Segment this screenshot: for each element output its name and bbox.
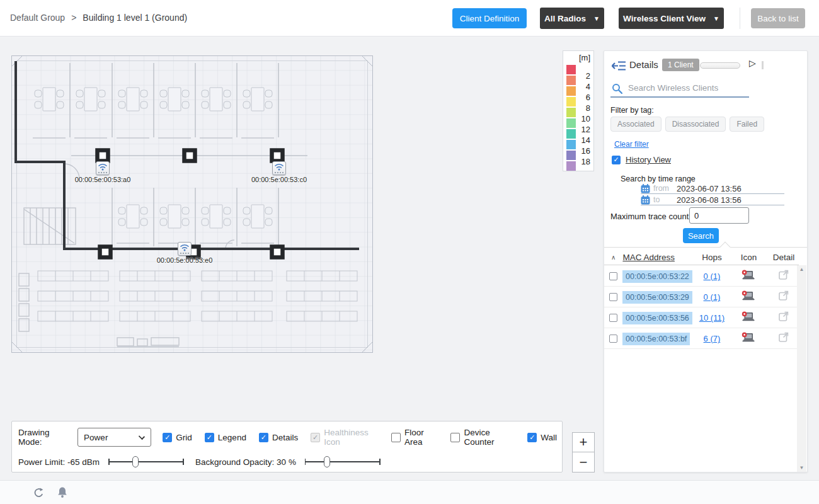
power-limit-slider[interactable] bbox=[108, 455, 184, 468]
time-to-field[interactable]: to 2023-06-08 13:56 bbox=[641, 195, 784, 205]
calendar-icon[interactable] bbox=[641, 184, 650, 193]
column-detail: Detail bbox=[769, 253, 799, 262]
legend-swatch bbox=[566, 118, 576, 128]
row-checkbox[interactable] bbox=[609, 335, 617, 343]
search-button[interactable]: Search bbox=[683, 228, 719, 243]
client-table-row: 00:00:5e:00:53:220 (1) bbox=[604, 266, 799, 287]
toolbar-row-2: Power Limit: -65 dBm Background Opacity:… bbox=[18, 454, 557, 469]
all-radios-label: All Radios bbox=[544, 14, 586, 23]
legend-swatch bbox=[566, 97, 576, 106]
hops-link[interactable]: 6 (7) bbox=[704, 334, 721, 343]
legend-swatch bbox=[566, 140, 576, 149]
clear-filter-link[interactable]: Clear filter bbox=[614, 140, 649, 149]
from-value[interactable]: 2023-06-07 13:56 bbox=[677, 184, 742, 193]
column-mac-address[interactable]: MAC Address bbox=[622, 253, 695, 262]
client-mac: 00:00:5e:00:53:bf bbox=[622, 333, 695, 344]
client-device-icon-cell bbox=[729, 290, 769, 304]
details-panel: Details 1 Client ▷ Filter by tag: Associ… bbox=[604, 50, 808, 472]
search-wireless-clients-input[interactable] bbox=[628, 83, 747, 93]
back-to-list-button[interactable]: Back to list bbox=[751, 8, 805, 28]
filter-tag-associated[interactable]: Associated bbox=[610, 117, 662, 132]
access-point-a0[interactable]: 00:00:5e:00:53:a0 bbox=[62, 161, 144, 183]
client-device-icon bbox=[742, 311, 755, 322]
play-button[interactable]: ▷ bbox=[749, 58, 756, 68]
filter-buttons: AssociatedDisassociatedFailed bbox=[610, 117, 764, 132]
hops-link[interactable]: 0 (1) bbox=[704, 292, 721, 302]
power-limit-slider-thumb[interactable] bbox=[132, 456, 139, 467]
checkbox[interactable]: ✓ bbox=[163, 433, 172, 442]
time-from-field[interactable]: from 2023-06-07 13:56 bbox=[641, 183, 784, 194]
checkbox-label: Legend bbox=[218, 433, 246, 442]
column-icon: Icon bbox=[729, 253, 769, 262]
filter-tag-failed[interactable]: Failed bbox=[730, 117, 764, 132]
drawing-mode-select[interactable]: Power bbox=[77, 428, 151, 447]
client-table-row: 00:00:5e:00:53:290 (1) bbox=[604, 287, 799, 307]
access-point-icon[interactable] bbox=[178, 242, 192, 256]
table-scrollbar[interactable]: ▲ ▼ bbox=[797, 265, 806, 472]
row-checkbox[interactable] bbox=[609, 293, 617, 301]
background-opacity-slider-thumb[interactable] bbox=[324, 456, 330, 467]
filter-tag-disassociated[interactable]: Disassociated bbox=[665, 117, 726, 132]
trace-progress-pill[interactable] bbox=[700, 62, 740, 69]
legend-label: 4 bbox=[576, 82, 590, 91]
checkbox[interactable]: ✓ bbox=[205, 433, 214, 442]
to-value[interactable]: 2023-06-08 13:56 bbox=[677, 195, 742, 205]
access-point-icon[interactable] bbox=[96, 161, 110, 175]
zoom-in-button[interactable]: + bbox=[573, 433, 594, 452]
open-detail-button[interactable] bbox=[769, 311, 799, 324]
legend-swatch bbox=[566, 76, 576, 85]
access-point-icon[interactable] bbox=[272, 161, 286, 175]
client-table-header: ∧ MAC Address Hops Icon Detail bbox=[604, 249, 799, 265]
checkbox[interactable] bbox=[450, 433, 460, 442]
column-hops: Hops bbox=[695, 253, 729, 262]
row-checkbox[interactable] bbox=[609, 272, 617, 280]
notifications-bell-icon[interactable] bbox=[57, 486, 67, 501]
layer-toggle-wall: ✓Wall bbox=[527, 433, 557, 442]
refresh-icon[interactable] bbox=[33, 487, 45, 501]
client-search bbox=[610, 81, 749, 98]
ap-led-dots bbox=[275, 172, 284, 173]
breadcrumb-separator: > bbox=[71, 13, 76, 23]
open-detail-button[interactable] bbox=[769, 270, 799, 282]
wireless-client-view-dropdown[interactable]: Wireless Client View ▼ bbox=[619, 8, 724, 29]
history-view-checkbox[interactable]: ✓ bbox=[612, 156, 621, 164]
wifi-icon bbox=[180, 244, 190, 252]
filter-by-tag-label: Filter by tag: bbox=[610, 106, 654, 115]
client-table-row: 00:00:5e:00:53:5610 (11) bbox=[604, 307, 799, 328]
layer-toggle-grid: ✓Grid bbox=[163, 433, 192, 442]
all-radios-dropdown[interactable]: All Radios ▼ bbox=[540, 8, 604, 29]
floorplan-canvas[interactable]: 00:00:5e:00:53:a0 00:00:5e:00:53:c0 bbox=[11, 55, 373, 353]
scroll-up-icon[interactable]: ▲ bbox=[797, 266, 806, 272]
dropdown-arrow-icon: ▼ bbox=[713, 15, 719, 22]
checkbox[interactable]: ✓ bbox=[527, 433, 537, 442]
client-device-icon bbox=[742, 290, 755, 301]
layer-toggle-floor-area: Floor Area bbox=[391, 428, 438, 447]
dropdown-arrow-icon: ▼ bbox=[593, 15, 600, 22]
collapse-panel-icon[interactable] bbox=[611, 60, 626, 74]
open-detail-icon bbox=[779, 311, 789, 321]
hops-link[interactable]: 10 (11) bbox=[699, 313, 724, 323]
background-opacity-slider[interactable] bbox=[305, 455, 381, 468]
calendar-icon[interactable] bbox=[641, 195, 650, 205]
checkbox[interactable] bbox=[391, 433, 401, 442]
hops-link[interactable]: 0 (1) bbox=[704, 272, 721, 281]
legend-label: 14 bbox=[576, 135, 590, 145]
sort-ascending-icon[interactable]: ∧ bbox=[609, 254, 617, 261]
row-checkbox[interactable] bbox=[609, 314, 617, 322]
checkbox[interactable]: ✓ bbox=[259, 433, 268, 442]
checkbox-label: Device Counter bbox=[464, 428, 515, 447]
open-detail-button[interactable] bbox=[769, 290, 799, 303]
layer-toggle-details: ✓Details bbox=[259, 433, 298, 442]
scroll-down-icon[interactable]: ▼ bbox=[797, 465, 806, 471]
breadcrumb-group[interactable]: Default Group bbox=[10, 13, 65, 23]
access-point-e0[interactable]: 00:00:5e:00:53:e0 bbox=[144, 242, 226, 264]
access-point-c0[interactable]: 00:00:5e:00:53:c0 bbox=[238, 161, 320, 183]
open-detail-button[interactable] bbox=[769, 332, 799, 345]
max-trace-count-input[interactable] bbox=[689, 207, 749, 224]
layer-checkboxes: ✓Grid✓Legend✓Details✓Healthiness IconFlo… bbox=[163, 428, 557, 447]
open-detail-icon bbox=[779, 332, 789, 342]
zoom-out-button[interactable]: − bbox=[573, 452, 594, 472]
panel-title: Details bbox=[629, 59, 658, 70]
checkbox: ✓ bbox=[311, 433, 320, 442]
client-definition-button[interactable]: Client Definition bbox=[452, 8, 527, 28]
